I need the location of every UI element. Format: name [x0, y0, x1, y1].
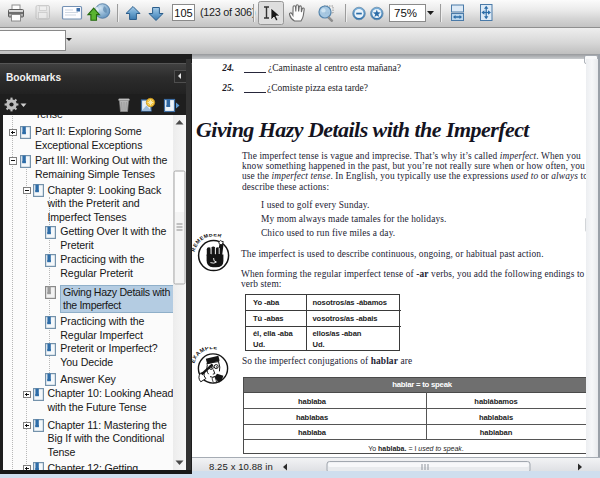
svg-text:105: 105: [174, 7, 192, 19]
svg-text:(123 of 306): (123 of 306): [200, 6, 255, 18]
svg-text:75%: 75%: [394, 7, 417, 19]
